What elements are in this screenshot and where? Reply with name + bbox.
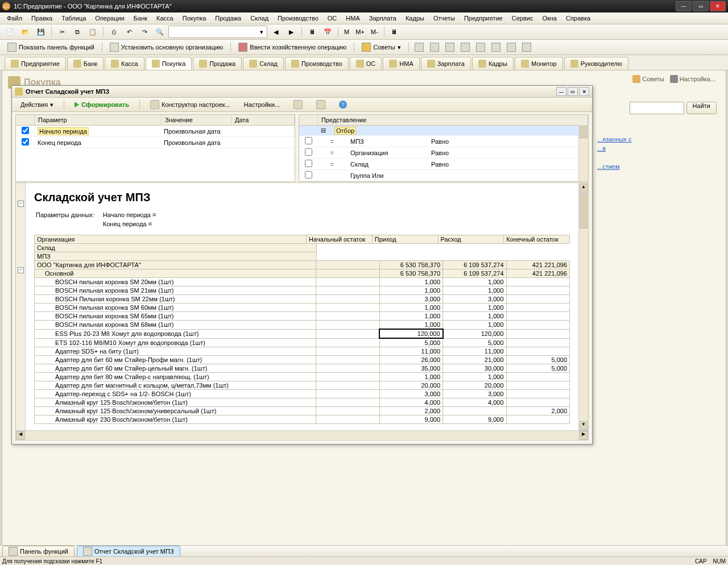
save-icon[interactable]: 💾	[34, 26, 48, 38]
tab-банк[interactable]: Банк	[67, 57, 104, 70]
filter-row[interactable]: =МПЗРавно	[299, 136, 588, 147]
paste-icon[interactable]: 📋	[86, 26, 100, 38]
menu-производство[interactable]: Производство	[273, 14, 323, 23]
task-item-panel[interactable]: Панель функций	[2, 546, 75, 557]
hscrollbar[interactable]: ◀ ▶	[15, 430, 589, 441]
menu-справка[interactable]: Справка	[561, 14, 595, 23]
tb-icon-1[interactable]	[412, 41, 426, 53]
outline-tree[interactable]: − −	[16, 183, 26, 431]
tab-руководителю[interactable]: Руководителю	[564, 57, 628, 70]
vscrollbar[interactable]: ▲ ▼	[578, 183, 588, 431]
table-row[interactable]: Адаптер для бит 60 мм Стайер-цельный маг…	[35, 364, 570, 373]
tree-toggle[interactable]: −	[18, 201, 24, 207]
menu-покупка[interactable]: Покупка	[178, 14, 211, 23]
table-row[interactable]: Адаптер для бит 60 мм Стайер-Профи магн.…	[35, 356, 570, 364]
side-link[interactable]: ...язанных с	[597, 136, 717, 143]
table-row[interactable]: ETS 102-116 М8/М10 Хомут для водопровода…	[35, 338, 570, 347]
menu-склад[interactable]: Склад	[246, 14, 273, 23]
table-row[interactable]: Адаптер для бит 80 мм Стайер-с направляю…	[35, 373, 570, 381]
table-row[interactable]: BOSCH пильная коронка SM 68мм (1шт)1,000…	[35, 321, 570, 330]
menu-таблица[interactable]: Таблица	[57, 14, 90, 23]
filter-row[interactable]: =СкладРавно	[299, 159, 588, 170]
tb-icon-2[interactable]	[428, 41, 441, 53]
task-item-report[interactable]: Отчет Складской учет МПЗ	[77, 546, 180, 557]
actions-menu[interactable]: Действия ▾	[15, 98, 59, 111]
table-row[interactable]: Адаптер SDS+ на биту (1шт)11,00011,000	[35, 347, 570, 356]
menu-правка[interactable]: Правка	[27, 14, 57, 23]
table-row[interactable]: BOSCH Пильная коронка SM 22мм (1шт)3,000…	[35, 295, 570, 304]
tab-предприятие[interactable]: Предприятие	[5, 57, 66, 70]
param-checkbox[interactable]	[22, 138, 29, 146]
menu-зарплата[interactable]: Зарплата	[365, 14, 401, 23]
open-icon[interactable]: 📂	[19, 26, 32, 38]
report-max-button[interactable]: ▭	[568, 87, 578, 96]
filter-row[interactable]: Группа Или	[299, 170, 588, 181]
tool-icon-1[interactable]	[288, 98, 308, 111]
copy-icon[interactable]: ⧉	[71, 26, 84, 38]
print-icon[interactable]: ⎙	[107, 26, 121, 38]
tb-icon-7[interactable]	[504, 41, 518, 53]
calendar-icon[interactable]: 📅	[321, 26, 334, 38]
run-report-button[interactable]: Сформировать	[69, 98, 134, 111]
menu-касса[interactable]: Касса	[152, 14, 178, 23]
new-icon[interactable]: 📄	[3, 26, 17, 38]
param-row[interactable]: Начало периодаПроизвольная дата	[16, 126, 295, 137]
search-button[interactable]: Найти	[686, 102, 717, 114]
maximize-button[interactable]: ▭	[693, 1, 709, 11]
menu-ос[interactable]: ОС	[323, 14, 342, 23]
report-table[interactable]: Организация Начальный остаток Приход Рас…	[34, 235, 570, 244]
minimize-button[interactable]: —	[676, 1, 692, 11]
tb-icon-3[interactable]	[443, 41, 457, 53]
filter-checkbox[interactable]	[305, 137, 312, 144]
table-row[interactable]: BOSCH пильная коронка SM 60мм (1шт)1,000…	[35, 304, 570, 312]
filter-scrollbar[interactable]	[578, 125, 588, 181]
tab-касса[interactable]: Касса	[105, 57, 144, 70]
filter-checkbox[interactable]	[305, 160, 312, 167]
tab-монитор[interactable]: Монитор	[515, 57, 563, 70]
hist-back-icon[interactable]: ◀	[269, 26, 283, 38]
close-button[interactable]: ✕	[710, 1, 726, 11]
tb-icon-4[interactable]	[458, 41, 472, 53]
tool-icon-2[interactable]	[311, 98, 330, 111]
menu-предприятие[interactable]: Предприятие	[460, 14, 507, 23]
menu-операции[interactable]: Операции	[90, 14, 129, 23]
table-row[interactable]: BOSCH пильная коронка SM 65мм (1шт)1,000…	[35, 312, 570, 321]
tree-toggle[interactable]: −	[18, 267, 24, 273]
filter-checkbox[interactable]	[305, 171, 312, 178]
report-min-button[interactable]: —	[556, 87, 566, 96]
menu-банк[interactable]: Банк	[129, 14, 152, 23]
table-row[interactable]: BOSCH пильная коронка SM 20мм (1шт)1,000…	[35, 278, 570, 286]
menu-кадры[interactable]: Кадры	[401, 14, 429, 23]
tab-ос[interactable]: ОС	[350, 57, 382, 70]
tab-нма[interactable]: НМА	[383, 57, 419, 70]
table-row[interactable]: Алмазный круг 125 Bosch/эконом/универсал…	[35, 407, 570, 416]
advices-button[interactable]: Советы ▾	[358, 41, 404, 53]
settings-button[interactable]: Настройки...	[239, 98, 285, 111]
menu-сервис[interactable]: Сервис	[507, 14, 538, 23]
report-content[interactable]: Складской учет МПЗ Параметры данных: Нач…	[25, 183, 579, 431]
hist-fwd-icon[interactable]: ▶	[284, 26, 298, 38]
table-row[interactable]: ООО "Картинка для ИНФОСТАРТА"6 530 758,3…	[35, 261, 570, 269]
tab-покупка[interactable]: Покупка	[146, 57, 192, 70]
tab-зарплата[interactable]: Зарплата	[421, 57, 471, 70]
show-functions-panel[interactable]: Показать панель функций	[3, 41, 98, 53]
menu-продажа[interactable]: Продажа	[210, 14, 246, 23]
menu-отчеты[interactable]: Отчеты	[429, 14, 460, 23]
cut-icon[interactable]: ✂	[55, 26, 69, 38]
tab-кадры[interactable]: Кадры	[472, 57, 514, 70]
param-row[interactable]: Конец периодаПроизвольная дата	[16, 137, 295, 148]
menu-файл[interactable]: Файл	[2, 14, 27, 23]
filter-checkbox[interactable]	[305, 148, 312, 156]
m-label[interactable]: M	[342, 28, 351, 35]
tb-icon-6[interactable]	[489, 41, 503, 53]
advices-link[interactable]: Советы	[632, 75, 664, 83]
calc-icon[interactable]: 🖩	[305, 26, 319, 38]
report-close-button[interactable]: ✕	[579, 87, 589, 96]
table-row[interactable]: BOSCH пильная коронка SM 21мм (1шт)1,000…	[35, 286, 570, 295]
constructor-button[interactable]: Конструктор настроек...	[145, 98, 235, 111]
enter-operation[interactable]: Ввести хозяйственную операцию	[234, 41, 350, 53]
report-titlebar[interactable]: Отчет Складской учет МПЗ — ▭ ✕	[12, 86, 592, 98]
m-minus-label[interactable]: M-	[369, 28, 380, 35]
table-row[interactable]: Алмазный круг 125 Bosch/эконом/бетон (1ш…	[35, 398, 570, 407]
settings-link[interactable]: Настройка...	[670, 75, 715, 83]
